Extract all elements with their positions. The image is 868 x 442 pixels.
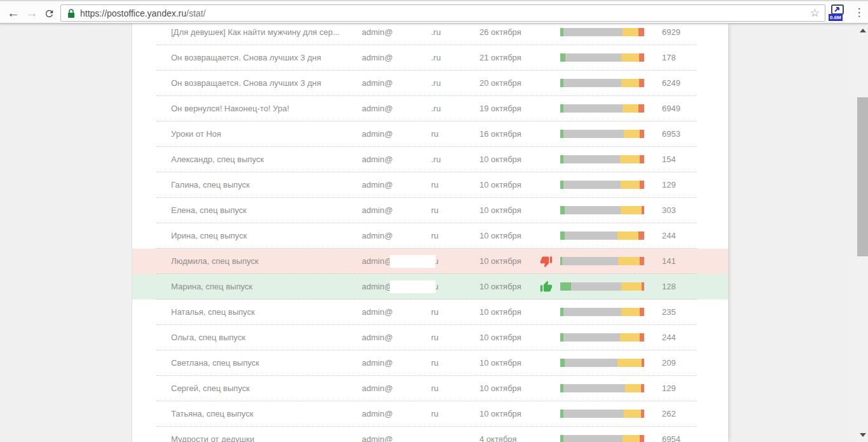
- email-user-cell: admin@: [362, 350, 393, 376]
- date-cell: 19 октября: [479, 96, 521, 121]
- date-cell: 10 октября: [479, 172, 521, 198]
- lock-icon: [67, 9, 75, 18]
- bar-segment: [640, 181, 644, 189]
- count-cell: 128: [662, 274, 676, 300]
- table-row[interactable]: Александр, спец выпускadmin@.ru10 октябр…: [132, 147, 728, 172]
- scroll-up-arrow-icon[interactable]: [860, 29, 866, 32]
- date-cell: 10 октября: [479, 325, 521, 350]
- subject-cell: Мудрости от дедушки: [171, 427, 355, 442]
- scroll-down-arrow-icon[interactable]: [860, 433, 866, 437]
- delivery-stats-bar: [560, 28, 644, 36]
- count-cell: 6949: [662, 96, 680, 121]
- table-row[interactable]: Людмила, спец выпускadmin@ru10 октября14…: [132, 249, 728, 274]
- count-cell: 303: [662, 198, 676, 223]
- bar-segment: [621, 53, 639, 62]
- page-area: [Для девушек] Как найти мужчину для сер.…: [0, 24, 868, 442]
- thumbs-down-icon: [540, 255, 553, 268]
- table-row[interactable]: Уроки от Нояadmin@ru16 октября6953: [132, 121, 728, 147]
- email-suffix-cell: .ru: [431, 24, 441, 45]
- redaction-box: [390, 255, 436, 268]
- table-row[interactable]: Мудрости от дедушкиadmin@4 октября6954: [132, 427, 728, 442]
- scrollbar-thumb[interactable]: [857, 97, 868, 256]
- thumbs-up-icon: [540, 280, 553, 293]
- table-row[interactable]: Сергей, спец выпускadmin@ru10 октября129: [132, 376, 728, 401]
- email-suffix-cell: ru: [431, 121, 439, 147]
- table-row[interactable]: Он возвращается. Снова лучших 3 дняadmin…: [132, 45, 728, 71]
- bar-segment: [623, 435, 640, 442]
- email-user-cell: admin@: [362, 223, 393, 249]
- email-user-cell: admin@: [362, 96, 393, 121]
- table-row[interactable]: Светлана, спец выпускadmin@ru10 октября2…: [132, 350, 728, 376]
- email-user-cell: admin@: [362, 24, 393, 45]
- email-user-cell: admin@: [362, 121, 393, 147]
- table-row[interactable]: Елена, спец выпускadmin@ru10 октября303: [132, 198, 728, 223]
- count-cell: 6953: [662, 121, 680, 147]
- count-cell: 6929: [662, 24, 680, 45]
- scrollbar[interactable]: [857, 24, 868, 442]
- count-cell: 244: [662, 325, 676, 350]
- back-button[interactable]: ←: [4, 3, 23, 22]
- subject-cell: Елена, спец выпуск: [171, 198, 355, 223]
- delivery-stats-bar: [560, 181, 644, 189]
- subject-cell: Марина, спец выпуск: [171, 274, 355, 300]
- menu-icon[interactable]: ⋮: [851, 3, 867, 22]
- date-cell: 26 октября: [479, 24, 521, 45]
- table-row[interactable]: [Для девушек] Как найти мужчину для сер.…: [132, 24, 728, 45]
- email-user-cell: admin@: [362, 172, 393, 198]
- table-row[interactable]: Он возвращается. Снова лучших 3 дняadmin…: [132, 71, 728, 96]
- bar-segment: [638, 104, 644, 113]
- date-cell: 21 октября: [479, 45, 521, 71]
- email-user-cell: admin@: [362, 376, 393, 401]
- table-row[interactable]: Наталья, спец выпускadmin@ru10 октября23…: [132, 300, 728, 325]
- email-suffix-cell: ru: [431, 325, 439, 350]
- subject-cell: Он возвращается. Снова лучших 3 дня: [171, 71, 355, 96]
- refresh-button[interactable]: [39, 5, 59, 24]
- bar-segment: [623, 104, 638, 113]
- bar-segment: [621, 181, 640, 189]
- bar-segment: [641, 410, 644, 418]
- bar-segment: [640, 435, 644, 442]
- bar-segment: [563, 308, 621, 316]
- forward-button[interactable]: →: [22, 3, 41, 22]
- bar-segment: [621, 308, 640, 316]
- extension-icon[interactable]: 0.6M: [830, 4, 846, 22]
- email-suffix-cell: ru: [431, 172, 439, 198]
- count-cell: 209: [662, 350, 676, 376]
- date-cell: 10 октября: [479, 147, 521, 172]
- bar-segment: [565, 206, 621, 214]
- table-row[interactable]: Марина, спец выпускadmin@ru10 октября128: [132, 274, 728, 300]
- date-cell: 16 октября: [479, 121, 521, 147]
- bar-segment: [560, 206, 565, 214]
- delivery-stats-bar: [560, 257, 644, 265]
- bar-segment: [624, 410, 640, 418]
- date-cell: 4 октября: [479, 427, 516, 442]
- date-cell: 10 октября: [479, 274, 521, 300]
- bookmark-star-icon[interactable]: ☆: [810, 6, 820, 20]
- bar-segment: [563, 79, 621, 87]
- delivery-stats-bar: [560, 410, 644, 418]
- count-cell: 6954: [662, 427, 680, 442]
- delivery-stats-bar: [560, 206, 644, 214]
- table-row[interactable]: Он вернулся! Наконец-то! Ура!admin@.ru19…: [132, 96, 728, 121]
- bar-segment: [617, 359, 642, 367]
- table-row[interactable]: Галина, спец выпускadmin@ru10 октября129: [132, 172, 728, 198]
- table-row[interactable]: Татьяна, спец выпускadmin@ru10 октября26…: [132, 401, 728, 427]
- delivery-stats-bar: [560, 282, 644, 291]
- email-suffix-cell: ru: [431, 223, 439, 249]
- url-text[interactable]: https://postoffice.yandex.ru/stat/: [80, 8, 205, 18]
- delivery-stats-bar: [560, 104, 644, 113]
- table-row[interactable]: Ирина, спец выпускadmin@ru10 октября244: [132, 223, 728, 249]
- bar-segment: [563, 384, 624, 392]
- email-user-cell: admin@: [362, 274, 393, 300]
- bar-segment: [617, 231, 638, 240]
- email-user-cell: admin@: [362, 249, 393, 274]
- bar-segment: [563, 104, 622, 113]
- delivery-stats-bar: [560, 231, 644, 240]
- email-suffix-cell: ru: [431, 300, 439, 325]
- table-row[interactable]: Ольга, спец выпускadmin@ru10 октября244: [132, 325, 728, 350]
- subject-cell: Уроки от Ноя: [171, 121, 355, 147]
- bar-segment: [618, 257, 640, 265]
- address-bar[interactable]: https://postoffice.yandex.ru/stat/ ☆: [60, 4, 825, 22]
- bar-segment: [563, 155, 619, 163]
- date-cell: 10 октября: [479, 249, 521, 274]
